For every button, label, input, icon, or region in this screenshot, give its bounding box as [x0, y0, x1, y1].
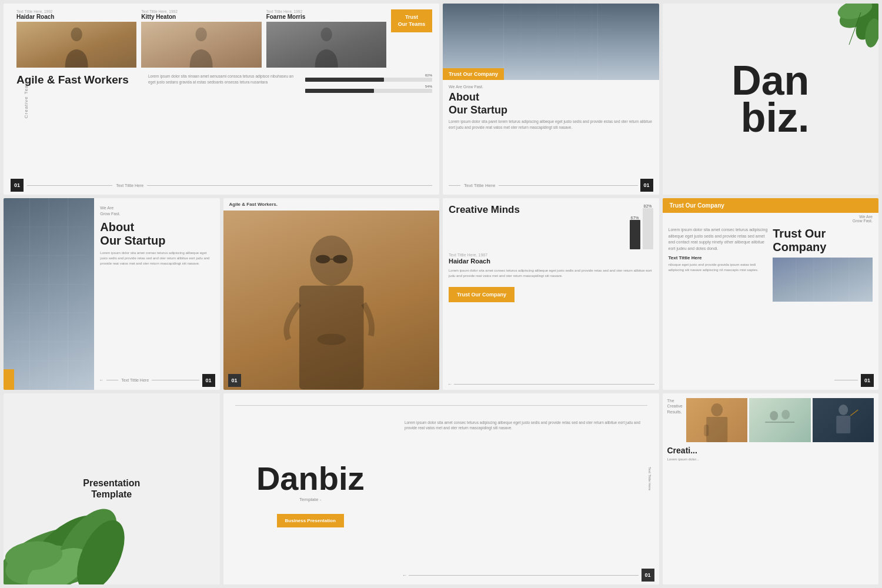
slide7-building-svg	[773, 258, 873, 302]
trust-teams-button[interactable]: Trust Our Teams	[391, 9, 432, 32]
leaf-bg-svg	[4, 441, 198, 584]
slide7-text-title: Text Tittle Here	[669, 255, 769, 260]
svg-point-53	[838, 405, 848, 415]
person-svg-1	[16, 22, 136, 68]
photo-1	[686, 398, 747, 442]
svg-rect-49	[704, 425, 709, 436]
chart-col-1: 67%	[630, 216, 640, 249]
danbiz-large-text: Dan biz.	[731, 62, 809, 136]
danbiz-brand-text: Dan biz.	[731, 62, 809, 136]
member-name-3: Foarne Morris	[266, 14, 386, 20]
slide7-left: Lorem ipsum dolor sita amet consec tetur…	[669, 227, 769, 302]
slide1-headline: Agile & Fast Workers	[16, 74, 143, 87]
slide5-person-svg	[223, 211, 440, 389]
footer-line-left	[27, 185, 112, 186]
building-image: Trust Our Company	[443, 4, 659, 80]
svg-point-31	[333, 255, 347, 264]
svg-point-1	[196, 28, 208, 41]
slide9-left: Danbiz Template - Business Presentation	[223, 393, 397, 584]
svg-rect-50	[765, 422, 794, 423]
slide9-right: Text Tittle Here Lorem ipsum dolor sita …	[397, 393, 659, 584]
slide2-we-are: We Are Grow Fast.	[449, 85, 653, 89]
slide-agile-person: Agile & Fast Workers. 01	[223, 198, 440, 389]
slide10-header: The Creative Results.	[667, 398, 874, 442]
svg-point-51	[770, 411, 778, 420]
photo-svg-2	[749, 398, 810, 442]
team-member-1: Text Tittle Here, 1992 Haidar Roach	[16, 9, 136, 68]
slide9-side-text: Text Tittle Here	[648, 467, 652, 490]
slide9-danbiz-text: Danbiz	[256, 462, 365, 495]
chart-bar-2	[643, 208, 653, 249]
leaf-bg	[4, 441, 198, 584]
member-photo-1	[16, 22, 136, 68]
svg-point-33	[317, 334, 346, 345]
slide7-footer-line	[834, 380, 858, 380]
team-member-3: Text Tittle Here, 1992 Foarne Morris	[266, 9, 386, 68]
member-photo-2	[141, 22, 261, 68]
slide7-right: Trust Our Company	[773, 227, 873, 302]
slide4-headline: About Our Startup	[100, 220, 213, 248]
leaf-svg	[820, 4, 878, 62]
slide6-description: Lorem ipsum dolor sita amet consec tetur…	[449, 268, 653, 279]
svg-rect-3	[504, 4, 598, 80]
slide-trust-company: Trust Our Company We Are Grow Fast. Lore…	[663, 198, 879, 389]
slide2-headline: About Our Startup	[449, 91, 653, 116]
slide7-building	[773, 258, 873, 302]
slide9-right-top-line	[397, 405, 647, 406]
slide5-footer: 01	[223, 371, 440, 390]
slide7-orange-header: Trust Our Company	[663, 198, 879, 213]
member-name-2: Kitty Heaton	[141, 14, 261, 20]
slide-about-startup-2: We Are Grow Fast. About Our Startup Lore…	[4, 198, 220, 389]
footer-line-arrow	[449, 185, 460, 186]
slide9-biz-btn[interactable]: Business Presentation	[277, 514, 344, 527]
slide1-bottom: Agile & Fast Workers Lorem ipsum dolor s…	[4, 68, 439, 111]
slide6-charts: 67% 82%	[630, 204, 653, 249]
photo-3	[813, 398, 874, 442]
svg-rect-48	[706, 417, 727, 442]
slide5-top-label: Agile & Fast Workers.	[223, 198, 440, 211]
slide9-description: Lorem ipsum dolor sita amet consec tetur…	[405, 420, 652, 432]
slide-about-startup: Trust Our Company We Are Grow Fast. Abou…	[443, 4, 659, 195]
slide4-footer-text: Text Tittle Here	[121, 378, 149, 382]
slide6-footer-line	[454, 384, 654, 385]
member-label-1: Text Tittle Here, 1992	[16, 9, 136, 14]
slide2-footer: Text Tittle Here 01	[443, 176, 659, 195]
slide6-header: Creative Minds 67% 82%	[449, 204, 653, 249]
slide5-footer-num: 01	[228, 374, 241, 387]
footer-line-a4	[106, 380, 118, 380]
bar-fill-2	[305, 89, 374, 93]
svg-point-30	[315, 255, 329, 264]
slide7-text-desc: nibuque eget justo and provide gravida i…	[669, 262, 769, 273]
slide6-trust-btn[interactable]: Trust Our Company	[449, 287, 514, 302]
slide9-footer-line	[409, 575, 639, 576]
chart-col-2: 82%	[643, 204, 653, 249]
person-svg-3	[266, 22, 386, 68]
footer-line-mid	[499, 185, 637, 186]
svg-point-52	[781, 410, 790, 419]
member-photo-3	[266, 22, 386, 68]
bar-row-1: 62%	[305, 74, 432, 82]
slide7-left-desc: Lorem ipsum dolor sita amet consec tetur…	[669, 227, 769, 252]
slide-danbiz-brand: Dan biz.	[663, 4, 879, 195]
leaf-decoration	[820, 4, 878, 62]
slide-danbiz-main: Danbiz Template - Business Presentation …	[223, 393, 659, 584]
trust-company-btn[interactable]: Trust Our Company	[443, 68, 504, 80]
slide4-content: We Are Grow Fast. About Our Startup Lore…	[94, 198, 219, 389]
slide8-title: Presentation Template	[83, 477, 140, 500]
footer-line-right	[147, 185, 432, 186]
chart-bar-1	[630, 220, 640, 249]
slide1-desc-area: Lorem ipsum dolor sita ninaan amet aenus…	[148, 74, 300, 85]
slide1-footer: 01 Text Tittle Here	[4, 176, 439, 195]
slide1-description: Lorem ipsum dolor sita ninaan amet aenus…	[148, 74, 300, 85]
slide8-text: Presentation Template	[71, 466, 152, 512]
slide10-footer-text: Lorem ipsum dolor...	[667, 457, 874, 462]
slide1-bars-area: 62% 54%	[305, 74, 432, 93]
slide6-headline: Creative Minds	[449, 204, 520, 216]
slide4-footer-num: 01	[202, 374, 215, 387]
photo-2	[749, 398, 810, 442]
slide1-footer-num: 01	[11, 179, 24, 192]
svg-point-47	[711, 403, 723, 416]
slide7-headline: Trust Our Company	[773, 227, 873, 254]
chart-label-2: 82%	[643, 204, 653, 208]
slide6-title-area: Creative Minds	[449, 204, 520, 216]
